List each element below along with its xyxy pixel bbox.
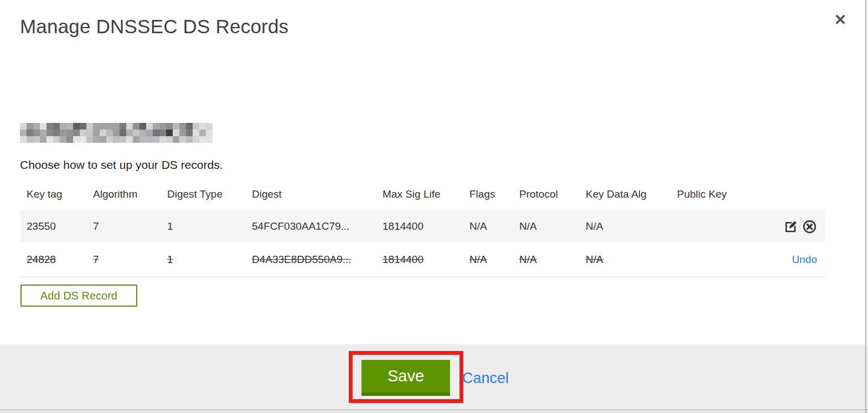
cell-algorithm: 7 [93, 254, 99, 265]
cell-max-sig-life: 1814400 [383, 254, 423, 265]
cell-key-data-alg: N/A [586, 220, 603, 232]
window-right-border [865, 0, 866, 413]
cell-key-tag: 23550 [27, 220, 56, 232]
cancel-link[interactable]: Cancel [462, 370, 509, 387]
ds-records-table: Key tag Algorithm Digest Type Digest Max… [20, 183, 825, 277]
table-row: 23550 7 1 54FCF030AA1C79... 1814400 N/A … [20, 210, 825, 242]
remove-icon[interactable] [802, 219, 817, 234]
edit-icon[interactable] [783, 219, 798, 234]
save-button[interactable]: Save [361, 360, 450, 396]
cell-protocol: N/A [519, 254, 537, 265]
col-header-key-data-alg: Key Data Alg [580, 183, 671, 210]
col-header-digest-type: Digest Type [161, 183, 246, 210]
cell-digest-type: 1 [167, 254, 173, 265]
table-header-row: Key tag Algorithm Digest Type Digest Max… [20, 183, 825, 210]
cell-algorithm: 7 [93, 220, 99, 232]
col-header-key-tag: Key tag [20, 183, 87, 210]
col-header-protocol: Protocol [513, 183, 580, 210]
table-row-deleted: 24828 7 1 D4A33E8DD550A9... 1814400 N/A … [20, 242, 825, 277]
col-header-max-sig-life: Max Sig Life [376, 183, 463, 210]
redacted-domain-name [20, 123, 213, 143]
col-header-public-key: Public Key [671, 183, 737, 210]
page-title: Manage DNSSEC DS Records [20, 16, 288, 38]
cell-max-sig-life: 1814400 [383, 220, 423, 232]
col-header-actions [737, 183, 825, 210]
cell-protocol: N/A [519, 220, 537, 232]
cell-flags: N/A [469, 220, 487, 232]
dnssec-dialog: Manage DNSSEC DS Records ✕ Choose how to… [0, 0, 868, 413]
cell-digest: D4A33E8DD550A9... [252, 254, 352, 265]
close-icon[interactable]: ✕ [830, 10, 850, 30]
cell-digest-type: 1 [167, 220, 173, 232]
col-header-digest: Digest [246, 183, 376, 210]
cell-key-data-alg: N/A [586, 254, 603, 265]
add-ds-record-button[interactable]: Add DS Record [20, 285, 137, 307]
undo-link[interactable]: Undo [792, 254, 817, 265]
footer-edge [0, 410, 868, 413]
col-header-flags: Flags [463, 183, 513, 210]
col-header-algorithm: Algorithm [87, 183, 161, 210]
subtitle-text: Choose how to set up your DS records. [20, 158, 223, 172]
cell-digest: 54FCF030AA1C79... [252, 220, 349, 232]
cell-flags: N/A [469, 254, 487, 265]
cell-key-tag: 24828 [27, 254, 56, 265]
